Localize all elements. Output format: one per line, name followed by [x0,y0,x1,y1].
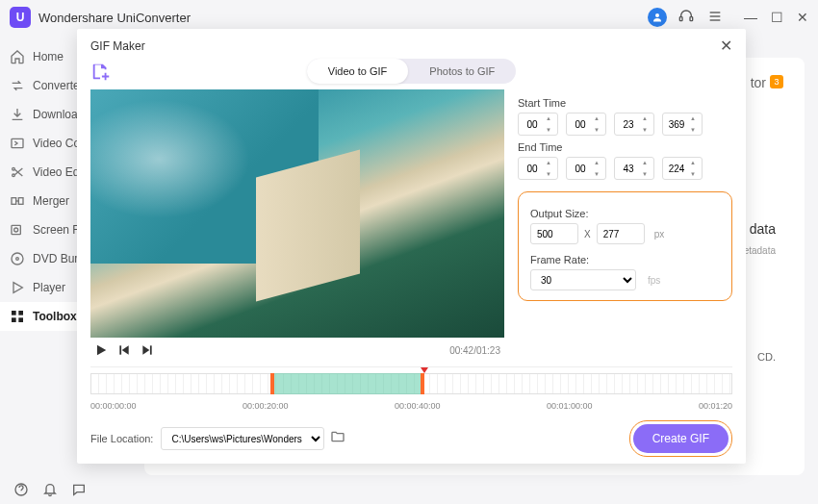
svg-point-14 [16,258,19,261]
sidebar-item-editor[interactable]: Video Editor [0,158,87,187]
spin-up-icon[interactable]: ▲ [642,160,652,165]
tl-label: 00:01:00:00 [547,401,593,411]
spin-down-icon[interactable]: ▼ [546,171,555,177]
spin-down-icon[interactable]: ▼ [690,171,700,177]
record-icon [10,222,25,238]
minimize-button[interactable]: — [744,11,757,24]
start-s-spinner[interactable]: ▲▼ [614,113,654,136]
tl-label: 00:01:20 [699,401,732,411]
close-icon[interactable]: ✕ [720,37,732,55]
file-location-label: File Location: [90,433,153,444]
app-title: Wondershare UniConverter [38,11,648,25]
end-h-input[interactable] [523,164,542,174]
spin-down-icon[interactable]: ▼ [690,127,700,133]
end-m-spinner[interactable]: ▲▼ [566,157,606,180]
bell-icon[interactable] [42,482,58,497]
timeline-playhead[interactable] [421,367,428,373]
start-h-spinner[interactable]: ▲▼ [518,113,558,136]
prev-frame-button[interactable] [117,343,131,357]
bg-data-sub: etadata [744,245,776,256]
svg-marker-20 [97,345,106,356]
bg-data-label: data [750,221,776,237]
width-input[interactable] [530,223,578,244]
download-icon [10,107,25,122]
sidebar-item-dvd[interactable]: DVD Burner [0,244,87,273]
side-label: Merger [33,194,69,208]
file-location-select[interactable]: C:\Users\ws\Pictures\Wonders [161,427,324,450]
spin-up-icon[interactable]: ▲ [594,160,603,165]
spin-up-icon[interactable]: ▲ [690,160,700,165]
svg-rect-10 [18,198,23,205]
end-m-input[interactable] [571,164,590,174]
spin-up-icon[interactable]: ▲ [546,160,555,165]
timeline[interactable] [90,366,732,399]
close-button[interactable]: ✕ [797,11,808,24]
scissors-icon [10,164,25,180]
svg-rect-19 [18,317,23,322]
sidebar-item-home[interactable]: Home [0,42,87,71]
frame-rate-select[interactable]: 30 [530,269,636,290]
create-gif-button[interactable]: Create GIF [633,424,729,453]
start-h-input[interactable] [523,119,542,130]
sidebar-item-recorder[interactable]: Screen Recorder [0,215,87,244]
side-label: Converter [33,79,84,92]
help-icon[interactable] [13,482,29,497]
svg-marker-15 [13,283,22,293]
spin-up-icon[interactable]: ▲ [642,115,652,121]
maximize-button[interactable]: ☐ [771,11,783,24]
folder-icon[interactable] [330,429,345,448]
feedback-icon[interactable] [71,482,87,497]
spin-down-icon[interactable]: ▼ [594,127,603,133]
time-display: 00:42/01:23 [449,345,500,356]
sidebar-item-compressor[interactable]: Video Compressor [0,129,87,158]
start-m-spinner[interactable]: ▲▼ [566,113,606,136]
sidebar-item-toolbox[interactable]: Toolbox [0,302,87,331]
start-s-input[interactable] [619,119,638,130]
start-m-input[interactable] [571,119,590,130]
video-preview[interactable] [90,89,504,338]
sidebar-item-converter[interactable]: Converter [0,71,87,100]
bottom-bar [0,475,818,504]
mode-photos-to-gif[interactable]: Photos to GIF [408,59,516,84]
gif-maker-modal: GIF Maker ✕ Video to GIF Photos to GIF 0… [77,29,746,464]
spin-down-icon[interactable]: ▼ [594,171,603,177]
headset-icon[interactable] [678,9,696,26]
end-s-spinner[interactable]: ▲▼ [614,157,654,180]
spin-up-icon[interactable]: ▲ [594,115,603,121]
svg-rect-17 [18,311,23,315]
disc-icon [10,251,25,266]
timeline-selection[interactable] [270,373,424,394]
svg-rect-16 [12,311,16,315]
side-label: Home [33,50,64,63]
menu-icon[interactable] [707,9,725,26]
spin-down-icon[interactable]: ▼ [642,127,652,133]
svg-rect-1 [679,17,682,21]
convert-icon [10,78,25,93]
mode-video-to-gif[interactable]: Video to GIF [307,59,409,84]
bg-badge: 3 [770,75,783,88]
height-input[interactable] [597,223,645,244]
sidebar-item-merger[interactable]: Merger [0,187,87,215]
sidebar-item-downloader[interactable]: Downloader [0,100,87,129]
add-file-button[interactable] [90,61,112,82]
side-label: Player [33,281,65,294]
next-frame-button[interactable] [141,343,154,357]
create-highlight: Create GIF [629,420,732,457]
end-h-spinner[interactable]: ▲▼ [518,157,558,180]
sidebar-item-player[interactable]: Player [0,273,87,302]
spin-down-icon[interactable]: ▼ [642,171,652,177]
output-settings-box: Output Size: X px Frame Rate: 30 fps [518,191,732,301]
svg-point-8 [13,174,15,177]
end-ms-input[interactable] [667,164,686,174]
spin-up-icon[interactable]: ▲ [546,115,555,121]
end-s-input[interactable] [619,164,638,174]
play-button[interactable] [94,343,108,357]
spin-down-icon[interactable]: ▼ [546,127,555,133]
user-icon[interactable] [648,8,667,27]
svg-rect-21 [119,345,121,354]
start-ms-spinner[interactable]: ▲▼ [662,113,703,136]
play-icon [10,280,25,295]
start-ms-input[interactable] [667,119,686,130]
spin-up-icon[interactable]: ▲ [690,115,700,121]
end-ms-spinner[interactable]: ▲▼ [662,157,703,180]
